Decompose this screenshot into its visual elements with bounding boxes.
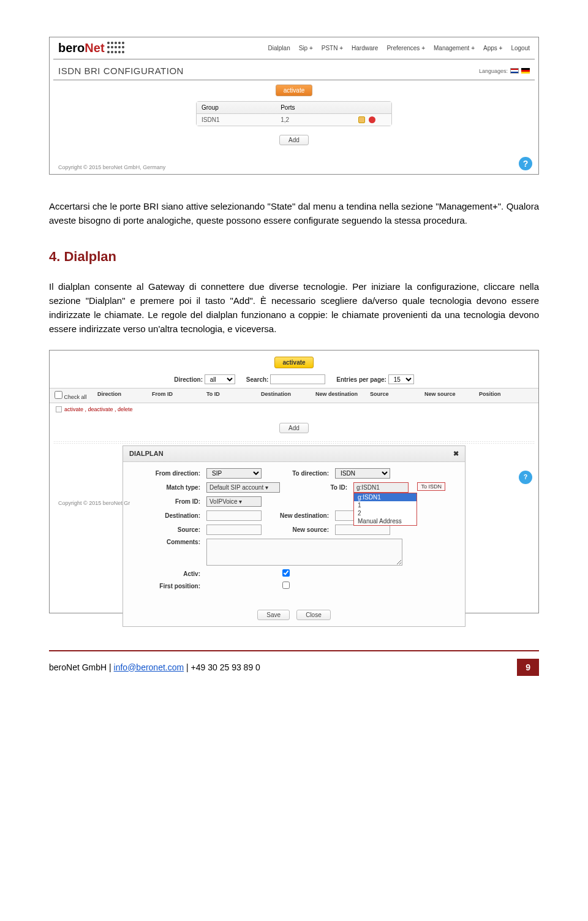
menu-sip[interactable]: Sip + <box>299 45 313 51</box>
direction-select[interactable]: all <box>205 374 235 384</box>
match-type-label: Match type: <box>133 484 200 491</box>
menu-preferences[interactable]: Preferences + <box>386 45 425 51</box>
add-button[interactable]: Add <box>279 135 309 145</box>
menu-pstn[interactable]: PSTN + <box>322 45 343 51</box>
check-all[interactable] <box>55 391 62 399</box>
logo-part1: bero <box>58 41 85 55</box>
delete-icon[interactable] <box>369 116 375 123</box>
section-heading: 4. Dialplan <box>49 249 539 265</box>
new-source-input[interactable] <box>335 525 390 535</box>
to-direction-label: To direction: <box>268 470 329 477</box>
dd-option[interactable]: 1 <box>354 501 417 509</box>
logo: beroNet <box>58 41 126 55</box>
close-button[interactable]: Close <box>296 610 331 620</box>
to-id-dropdown: g:ISDN1 1 2 Manual Address <box>353 493 417 526</box>
menu-hardware[interactable]: Hardware <box>352 45 378 51</box>
to-id-select[interactable]: g:ISDN1 g:ISDN1 1 2 Manual Address To IS… <box>353 482 409 493</box>
filters-row: Direction: all Search: Entries per page:… <box>50 372 538 388</box>
dd-option[interactable]: 2 <box>354 509 417 517</box>
menu-apps[interactable]: Apps + <box>483 45 502 51</box>
help-icon[interactable]: ? <box>519 471 532 484</box>
entries-label: Entries per page: <box>336 376 386 383</box>
search-label: Search: <box>246 376 269 382</box>
close-icon[interactable]: ✖ <box>453 450 459 458</box>
footer-company: beroNet GmbH | <box>49 662 114 672</box>
from-id-select[interactable]: VoIPVoice ▾ <box>206 496 262 507</box>
new-destination-label: New destination: <box>268 512 329 519</box>
th-toid: To ID <box>206 391 261 400</box>
from-direction-select[interactable]: SIP <box>206 468 262 479</box>
th-ports: Ports <box>276 102 342 113</box>
activate-button[interactable]: activate <box>274 357 313 368</box>
languages-label: Languages: <box>479 68 508 74</box>
to-id-value[interactable]: g:ISDN1 <box>353 482 409 493</box>
page-number: 9 <box>517 659 539 676</box>
search-input[interactable] <box>270 374 325 384</box>
edit-icon[interactable] <box>358 116 365 123</box>
menu-logout[interactable]: Logout <box>511 45 530 51</box>
entries-select[interactable]: 15 <box>388 374 414 384</box>
footer-email-link[interactable]: info@beronet.com <box>114 662 184 672</box>
th-direction: Direction <box>97 391 152 400</box>
isdn-group-table: Group Ports ISDN1 1,2 <box>196 101 392 126</box>
add-button[interactable]: Add <box>279 423 309 433</box>
row-actions: activate , deactivate , delete <box>50 403 538 416</box>
dialog-title: DIALPLAN <box>129 450 164 458</box>
paragraph-1: Accertarsi che le porte BRI siano attive… <box>49 199 539 228</box>
th-newsource: New source <box>424 391 479 400</box>
copyright-text: Copyright © 2015 beroNet GmbH, Germany <box>58 164 165 170</box>
from-direction-label: From direction: <box>133 470 200 477</box>
comments-label: Comments: <box>133 539 200 545</box>
table-row: ISDN1 1,2 <box>197 114 391 126</box>
th-group: Group <box>197 102 276 113</box>
row-actions-text[interactable]: activate , deactivate , delete <box>64 406 133 412</box>
activate-button[interactable]: activate <box>276 85 312 96</box>
dialplan-dialog: DIALPLAN ✖ From direction: SIP To direct… <box>123 445 466 627</box>
direction-label: Direction: <box>174 376 203 383</box>
dialplan-table-header: Check all Direction From ID To ID Destin… <box>50 388 538 403</box>
th-newdest: New destination <box>315 391 370 400</box>
first-position-label: First position: <box>133 583 200 589</box>
footer-phone: | +49 30 25 93 89 0 <box>184 662 260 672</box>
screenshot-isdn-config: beroNet Dialplan Sip + PSTN + Hardware P… <box>49 37 539 175</box>
logo-part2: Net <box>85 41 104 55</box>
td-ports: 1,2 <box>276 114 342 126</box>
comments-input[interactable] <box>206 539 402 566</box>
select-icon[interactable] <box>56 406 62 412</box>
source-label: Source: <box>133 526 200 533</box>
paragraph-2: Il dialplan consente al Gateway di conne… <box>49 279 539 336</box>
from-id-label: From ID: <box>133 498 200 505</box>
th-destination: Destination <box>261 391 315 400</box>
to-isdn-note: To ISDN <box>417 482 445 491</box>
activ-checkbox[interactable] <box>282 569 290 577</box>
page-footer: beroNet GmbH | info@beronet.com | +49 30… <box>49 650 539 683</box>
flag-uk-icon[interactable] <box>510 68 519 74</box>
destination-input[interactable] <box>206 510 262 521</box>
first-position-checkbox[interactable] <box>282 582 290 589</box>
th-source: Source <box>370 391 424 400</box>
page-title: ISDN BRI CONFIGURATION <box>58 66 184 76</box>
menu-dialplan[interactable]: Dialplan <box>268 45 290 51</box>
source-input[interactable] <box>206 525 262 535</box>
th-fromid: From ID <box>152 391 206 400</box>
top-menu: Dialplan Sip + PSTN + Hardware Preferenc… <box>268 45 530 51</box>
dd-option[interactable]: g:ISDN1 <box>354 493 417 501</box>
help-icon[interactable]: ? <box>519 157 532 170</box>
th-position: Position <box>479 391 533 400</box>
language-switch: Languages: <box>479 68 530 74</box>
to-id-label: To ID: <box>286 484 347 491</box>
dd-option[interactable]: Manual Address <box>354 517 417 525</box>
copyright-text: Copyright © 2015 beroNet Gr <box>58 500 130 506</box>
activ-label: Activ: <box>133 570 200 577</box>
flag-de-icon[interactable] <box>521 68 530 74</box>
logo-dots-icon <box>107 42 126 55</box>
to-direction-select[interactable]: ISDN <box>335 468 390 479</box>
screenshot-dialplan: activate Direction: all Search: Entries … <box>49 350 539 613</box>
menu-management[interactable]: Management + <box>434 45 475 51</box>
td-group: ISDN1 <box>197 114 276 126</box>
match-type-select[interactable]: Default SIP account ▾ <box>206 482 280 493</box>
save-button[interactable]: Save <box>257 610 290 620</box>
th-checkall: Check all <box>64 394 87 400</box>
destination-label: Destination: <box>133 512 200 519</box>
new-source-label: New source: <box>268 526 329 533</box>
